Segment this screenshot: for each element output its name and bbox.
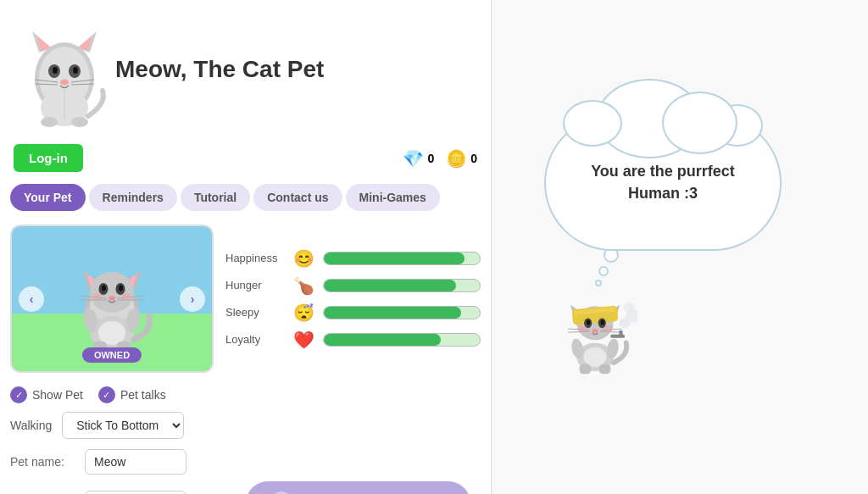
main-content: ‹ › OWNED Happiness 😊 Hunger 🍗 xyxy=(0,218,491,380)
happiness-bar-bg xyxy=(323,252,481,265)
svg-point-10 xyxy=(60,80,69,86)
your-name-row: Your name: ? ▶ Enter the playground xyxy=(0,478,491,494)
coin-count: 0 xyxy=(470,152,477,165)
svg-rect-63 xyxy=(580,364,591,374)
walking-row: Walking Stick To Bottom Walk Around Stay… xyxy=(0,410,491,446)
speech-cloud: You are the purrfect Human :3 xyxy=(544,115,782,251)
hunger-row: Hunger 🍗 xyxy=(225,275,481,296)
speech-line2: Human :3 xyxy=(628,185,698,202)
happiness-icon: 😊 xyxy=(293,248,314,269)
login-button[interactable]: Log-in xyxy=(14,144,83,172)
svg-rect-71 xyxy=(619,330,622,336)
speech-container: You are the purrfect Human :3 xyxy=(509,115,851,380)
svg-point-42 xyxy=(121,293,131,300)
svg-point-36 xyxy=(98,321,125,345)
svg-point-28 xyxy=(102,285,106,291)
sleepy-icon: 😴 xyxy=(293,303,314,323)
hunger-icon: 🍗 xyxy=(293,275,314,296)
pet-talks-checkbox[interactable]: ✓ Pet talks xyxy=(98,386,166,403)
your-name-input[interactable] xyxy=(85,491,186,494)
walking-select[interactable]: Stick To Bottom Walk Around Stay Still xyxy=(62,412,184,439)
sleepy-bar-fill xyxy=(324,307,461,319)
pet-name-row: Pet name: xyxy=(0,446,491,478)
svg-rect-64 xyxy=(599,364,610,374)
coin-currency: 🪙 0 xyxy=(446,148,477,169)
happiness-bar-fill xyxy=(324,253,465,264)
tail-dot-3 xyxy=(595,280,602,286)
coin-icon: 🪙 xyxy=(446,148,467,169)
tab-tutorial[interactable]: Tutorial xyxy=(181,184,250,211)
checkboxes-row: ✓ Show Pet ✓ Pet talks xyxy=(0,380,491,410)
top-bar: Log-in 💎 0 🪙 0 xyxy=(0,139,491,177)
svg-point-29 xyxy=(119,285,123,291)
sleepy-row: Sleepy 😴 xyxy=(225,303,481,323)
svg-point-53 xyxy=(601,319,604,325)
svg-point-41 xyxy=(92,293,103,300)
stats-area: Happiness 😊 Hunger 🍗 Sleepy 😴 xyxy=(225,225,481,373)
nav-tabs: Your Pet Reminders Tutorial Contact us M… xyxy=(0,177,491,218)
app-logo xyxy=(14,10,115,129)
tab-your-pet[interactable]: Your Pet xyxy=(10,184,86,211)
loyalty-icon: ❤️ xyxy=(293,330,314,350)
right-panel: You are the purrfect Human :3 xyxy=(492,0,868,494)
gem-count: 0 xyxy=(427,152,434,165)
show-pet-checkbox[interactable]: ✓ Show Pet xyxy=(10,386,83,403)
walking-label: Walking xyxy=(10,419,52,432)
hunger-label: Hunger xyxy=(225,279,285,291)
svg-point-25 xyxy=(90,272,134,313)
svg-point-54 xyxy=(593,329,598,333)
tab-mini-games[interactable]: Mini-Games xyxy=(346,184,440,211)
loyalty-bar-bg xyxy=(323,333,481,347)
speech-bubble-area: You are the purrfect Human :3 xyxy=(544,115,815,286)
pet-display: ‹ › OWNED xyxy=(10,225,214,373)
loyalty-bar-fill xyxy=(324,334,441,346)
svg-point-59 xyxy=(577,325,587,332)
cloud-bump-right xyxy=(712,104,763,147)
gem-icon: 💎 xyxy=(403,148,424,169)
left-panel: Meow, The Cat Pet Log-in 💎 0 🪙 0 Your Pe… xyxy=(0,0,492,494)
show-pet-check-icon: ✓ xyxy=(10,386,27,403)
tab-reminders[interactable]: Reminders xyxy=(89,184,177,211)
svg-point-69 xyxy=(623,303,634,313)
show-pet-label: Show Pet xyxy=(32,388,83,402)
svg-point-60 xyxy=(603,325,613,332)
svg-point-9 xyxy=(73,67,78,74)
app-header: Meow, The Cat Pet xyxy=(0,0,491,139)
svg-point-17 xyxy=(41,117,58,127)
sleepy-label: Sleepy xyxy=(225,306,285,319)
pet-cat-sprite xyxy=(61,240,163,358)
svg-point-62 xyxy=(584,347,607,366)
speech-text: You are the purrfect Human :3 xyxy=(591,161,735,203)
hunger-bar-bg xyxy=(323,279,481,292)
svg-point-18 xyxy=(71,117,88,127)
pet-prev-button[interactable]: ‹ xyxy=(19,286,44,312)
svg-point-30 xyxy=(108,296,115,301)
sleepy-bar-bg xyxy=(323,306,481,319)
loyalty-label: Loyalty xyxy=(225,333,285,346)
pet-name-label: Pet name: xyxy=(10,455,78,469)
pet-talks-check-icon: ✓ xyxy=(98,386,115,403)
tail-dot-2 xyxy=(598,266,609,276)
app-title: Meow, The Cat Pet xyxy=(115,56,324,83)
gem-currency: 💎 0 xyxy=(403,148,434,169)
pet-next-button[interactable]: › xyxy=(180,286,205,312)
speech-tail xyxy=(595,247,815,286)
happiness-row: Happiness 😊 xyxy=(225,248,481,269)
pet-name-input[interactable] xyxy=(85,449,186,475)
svg-point-52 xyxy=(587,319,590,325)
currency-area: 💎 0 🪙 0 xyxy=(403,148,477,169)
owned-badge: OWNED xyxy=(82,347,142,363)
pet-talks-label: Pet talks xyxy=(120,388,166,402)
right-cat-sprite xyxy=(553,278,637,380)
loyalty-row: Loyalty ❤️ xyxy=(225,330,481,350)
tab-contact-us[interactable]: Contact us xyxy=(253,184,342,211)
playground-button[interactable]: ▶ Enter the playground xyxy=(246,481,470,494)
speech-line1: You are the purrfect xyxy=(591,163,735,180)
hunger-bar-fill xyxy=(324,280,456,291)
happiness-label: Happiness xyxy=(225,252,285,264)
right-cat-area xyxy=(553,278,824,380)
cloud-bump-left xyxy=(563,100,622,147)
svg-point-8 xyxy=(53,67,58,74)
